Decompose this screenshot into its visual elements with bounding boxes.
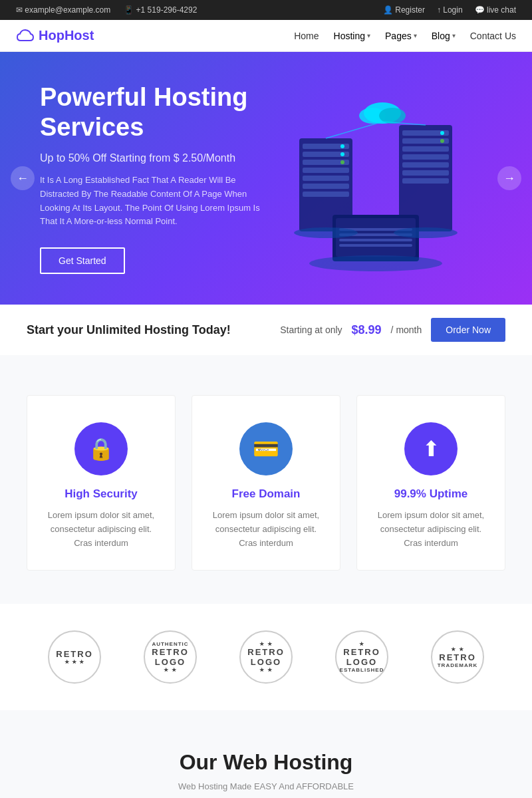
- feature-title-uptime: 99.9% Uptime: [370, 487, 491, 501]
- svg-point-30: [309, 255, 442, 271]
- hero-content: Powerful Hosting Services Up to 50% Off …: [40, 82, 266, 274]
- order-now-button[interactable]: Order Now: [431, 318, 505, 342]
- brand-sub-3b: ★ ★: [259, 667, 272, 673]
- svg-point-33: [294, 227, 358, 238]
- brand-sub-5b: TRADEMARK: [438, 662, 478, 668]
- server-illustration: [279, 85, 479, 271]
- lock-icon: 🔒: [88, 436, 114, 462]
- svg-rect-25: [336, 218, 416, 257]
- svg-rect-9: [303, 184, 349, 189]
- phone-info: 📱 +1 519-296-4292: [124, 5, 197, 15]
- banner-suffix: / month: [391, 325, 422, 335]
- nav-hosting-label: Hosting: [334, 31, 365, 41]
- navbar: HopHost Home Hosting ▾ Pages ▾ Blog ▾ Co…: [0, 20, 532, 52]
- svg-rect-21: [402, 178, 449, 184]
- banner-prefix: Starting at only: [280, 325, 342, 335]
- domain-icon: 💳: [253, 436, 279, 462]
- svg-point-13: [340, 160, 344, 164]
- banner-strip: Start your Unlimited Hosting Today! Star…: [0, 305, 532, 355]
- feature-card-uptime: ⬆ 99.9% Uptime Lorem ipsum dolor sit ame…: [356, 395, 505, 571]
- phone-icon: 📱: [124, 5, 134, 15]
- brand-badge-4: ★ RETRO LOGO ESTABLISHED: [335, 630, 388, 684]
- brand-sub-2a: AUTHENTIC: [152, 641, 188, 647]
- hero-prev-button[interactable]: ←: [11, 166, 35, 190]
- nav-links: Home Hosting ▾ Pages ▾ Blog ▾ Contact Us: [294, 31, 516, 41]
- topbar: ✉ example@example.com 📱 +1 519-296-4292 …: [0, 0, 532, 20]
- brand-sub-4b: ESTABLISHED: [340, 667, 384, 673]
- hero-image: [266, 85, 492, 271]
- email-info: ✉ example@example.com: [16, 5, 110, 15]
- svg-rect-28: [339, 239, 412, 241]
- nav-pages[interactable]: Pages ▾: [385, 31, 417, 41]
- svg-point-12: [340, 152, 344, 156]
- logo-text: HopHost: [39, 28, 94, 43]
- nav-blog[interactable]: Blog ▾: [432, 31, 456, 41]
- topbar-left: ✉ example@example.com 📱 +1 519-296-4292: [16, 5, 197, 15]
- chevron-down-icon: ▾: [367, 32, 370, 39]
- svg-line-31: [326, 122, 382, 138]
- brand-sub-3a: ★ ★: [259, 641, 272, 647]
- brands-section: RETRO ★ ★ ★ AUTHENTIC RETRO LOGO ★ ★ ★ ★…: [0, 604, 532, 710]
- brand-name-2: RETRO LOGO: [145, 647, 196, 667]
- feature-title-security: High Security: [41, 487, 162, 501]
- svg-rect-10: [303, 192, 349, 197]
- nav-contact[interactable]: Contact Us: [470, 31, 516, 41]
- hero-description: It Is A Long Established Fact That A Rea…: [40, 174, 266, 229]
- brand-badge-5: ★ ★ RETRO TRADEMARK: [431, 630, 484, 684]
- features-grid: 🔒 High Security Lorem ipsum dolor sit am…: [27, 395, 505, 571]
- topbar-right: 👤 Register ↑ Login 💬 live chat: [383, 5, 516, 15]
- brand-name-4: RETRO LOGO: [336, 647, 387, 667]
- brand-name-3: RETRO LOGO: [241, 647, 291, 667]
- svg-rect-29: [339, 244, 412, 247]
- email-icon: ✉: [16, 5, 23, 15]
- svg-rect-17: [402, 146, 449, 152]
- chevron-down-icon: ▾: [414, 32, 417, 39]
- brand-name-5: RETRO: [439, 652, 476, 662]
- get-started-button[interactable]: Get Started: [40, 247, 125, 274]
- uptime-icon-circle: ⬆: [404, 422, 458, 475]
- features-section: 🔒 High Security Lorem ipsum dolor sit am…: [0, 355, 532, 604]
- hero-title: Powerful Hosting Services: [40, 82, 266, 143]
- banner-text: Start your Unlimited Hosting Today!: [27, 323, 231, 337]
- brand-badge-3: ★ ★ RETRO LOGO ★ ★: [239, 630, 293, 684]
- hero-next-button[interactable]: →: [497, 166, 521, 190]
- svg-rect-8: [303, 176, 349, 181]
- domain-icon-circle: 💳: [239, 422, 293, 475]
- nav-home[interactable]: Home: [294, 31, 319, 41]
- register-icon: 👤: [383, 5, 393, 15]
- svg-rect-19: [402, 162, 449, 168]
- banner-price: $8.99: [352, 323, 382, 337]
- brand-sub-2b: ★ ★: [164, 667, 176, 673]
- nav-pages-label: Pages: [385, 31, 412, 41]
- svg-rect-20: [402, 170, 449, 176]
- brand-badge-2: AUTHENTIC RETRO LOGO ★ ★: [144, 630, 197, 684]
- feature-desc-security: Lorem ipsum dolor sit amet, consectetur …: [41, 509, 162, 550]
- svg-rect-7: [303, 168, 349, 173]
- hero-section: ← Powerful Hosting Services Up to 50% Of…: [0, 52, 532, 305]
- banner-right: Starting at only $8.99 / month Order Now: [280, 318, 505, 342]
- hero-subtitle: Up to 50% Off Starting from $ 2.50/Month: [40, 152, 266, 164]
- brand-name-1: RETRO: [56, 649, 93, 659]
- brand-sub-1: ★ ★ ★: [65, 659, 84, 665]
- logo[interactable]: HopHost: [16, 28, 94, 43]
- uptime-icon: ⬆: [422, 436, 440, 462]
- hosting-subtitle: Web Hosting Made EASY And AFFORDABLE: [27, 781, 505, 791]
- feature-card-domain: 💳 Free Domain Lorem ipsum dolor sit amet…: [192, 395, 340, 571]
- nav-hosting[interactable]: Hosting ▾: [334, 31, 370, 41]
- livechat-link[interactable]: 💬 live chat: [475, 5, 516, 15]
- svg-rect-18: [402, 154, 449, 160]
- login-link[interactable]: ↑ Login: [437, 5, 463, 15]
- feature-desc-domain: Lorem ipsum dolor sit amet, consectetur …: [205, 509, 327, 550]
- chat-icon: 💬: [475, 5, 485, 15]
- svg-point-11: [340, 144, 344, 148]
- hosting-section: Our Web Hosting Web Hosting Made EASY An…: [0, 710, 532, 798]
- chevron-down-icon: ▾: [452, 32, 456, 39]
- register-link[interactable]: 👤 Register: [383, 5, 425, 15]
- security-icon-circle: 🔒: [74, 422, 128, 475]
- svg-point-23: [440, 139, 444, 143]
- brand-badge-1: RETRO ★ ★ ★: [48, 630, 101, 684]
- login-icon: ↑: [437, 5, 441, 15]
- feature-card-security: 🔒 High Security Lorem ipsum dolor sit am…: [27, 395, 176, 571]
- logo-icon: [16, 29, 35, 43]
- feature-desc-uptime: Lorem ipsum dolor sit amet, consectetur …: [370, 509, 491, 550]
